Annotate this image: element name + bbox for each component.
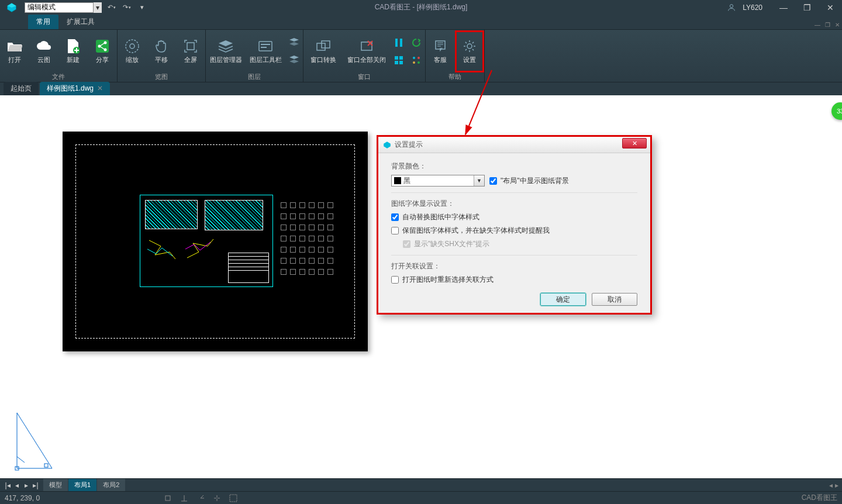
- window-extra-buttons2[interactable]: [408, 30, 425, 73]
- font-auto-checkbox[interactable]: 自动替换图纸中字体样式: [391, 212, 637, 222]
- font-shx-input: [403, 240, 410, 248]
- svg-rect-33: [165, 496, 170, 500]
- layout-tab-layout1[interactable]: 布局1: [68, 479, 96, 491]
- refresh-icon: [408, 34, 425, 51]
- status-tools: [163, 493, 239, 503]
- doctab-start[interactable]: 起始页: [4, 82, 39, 95]
- window-close-all-button[interactable]: 窗口全部关闭: [343, 30, 390, 73]
- nav-prev-icon[interactable]: ◂: [13, 481, 21, 489]
- nav-first-icon[interactable]: |◂: [4, 481, 12, 489]
- symbol-grid: [279, 201, 343, 288]
- layer-stack-icon: [286, 34, 302, 51]
- dots-icon: [408, 52, 425, 68]
- layout-nav-arrows: |◂ ◂ ▸ ▸|: [0, 481, 43, 489]
- close-icon[interactable]: ✕: [97, 84, 103, 92]
- layer-manager-button[interactable]: 图层管理器: [206, 30, 246, 73]
- mode-dropdown-icon[interactable]: ▾: [94, 2, 102, 13]
- svg-point-26: [417, 61, 420, 64]
- svg-rect-21: [395, 61, 398, 64]
- settings-button[interactable]: 设置: [455, 30, 484, 73]
- svg-rect-19: [395, 56, 398, 60]
- dialog-title: 设置提示: [395, 140, 423, 150]
- layout-bg-input[interactable]: [489, 177, 497, 185]
- ribbon-group-file: 打开 云图 新建 分享 文件: [0, 30, 118, 82]
- qat-more[interactable]: ▾: [136, 2, 149, 13]
- new-button[interactable]: 新建: [58, 30, 88, 73]
- open-button[interactable]: 打开: [0, 30, 29, 73]
- window-switch-icon: [315, 38, 332, 54]
- ribbon-tabstrip: 常用 扩展工具 — ❐ ✕: [0, 15, 842, 30]
- ribbon-group-file-label: 文件: [0, 73, 117, 82]
- doctab-file[interactable]: 样例图纸1.dwg✕: [40, 82, 110, 95]
- app-logo[interactable]: [0, 0, 23, 15]
- grid-tool-icon[interactable]: [228, 493, 239, 503]
- ribbon-group-window: 窗口转换 窗口全部关闭 窗口: [303, 30, 426, 82]
- layout-tab-model[interactable]: 模型: [43, 479, 68, 491]
- quick-access-toolbar: ↶▾ ↷▾ ▾: [105, 2, 149, 13]
- svg-point-9: [130, 44, 134, 49]
- assoc-checkbox[interactable]: 打开图纸时重新选择关联方式: [391, 275, 637, 285]
- minimize-button[interactable]: —: [772, 0, 795, 15]
- cloud-icon: [36, 38, 52, 54]
- ok-button[interactable]: 确定: [540, 293, 586, 306]
- pan-button[interactable]: 平移: [147, 30, 176, 73]
- dialog-close-button[interactable]: ✕: [622, 138, 647, 149]
- new-icon: [65, 38, 81, 54]
- tab-extension-tools[interactable]: 扩展工具: [58, 15, 103, 29]
- mdi-window-controls: — ❐ ✕: [815, 22, 840, 28]
- undo-button[interactable]: ↶▾: [105, 2, 118, 13]
- grid-icon: [391, 52, 407, 68]
- mode-select[interactable]: 编辑模式: [25, 2, 94, 13]
- mdi-minimize-icon[interactable]: —: [815, 22, 820, 28]
- close-button[interactable]: ✕: [819, 0, 842, 15]
- bg-color-select[interactable]: 黑 ▼: [391, 175, 485, 187]
- font-auto-input[interactable]: [391, 213, 399, 221]
- svg-point-8: [126, 40, 139, 53]
- user-icon[interactable]: [723, 0, 740, 15]
- font-keep-input[interactable]: [391, 227, 399, 234]
- dialog-icon: [383, 141, 391, 149]
- fullscreen-button[interactable]: 全屏: [176, 30, 205, 73]
- mdi-restore-icon[interactable]: ❐: [825, 22, 830, 28]
- osnap-tool-icon[interactable]: [212, 493, 222, 503]
- svg-rect-13: [261, 47, 267, 48]
- chevron-down-icon[interactable]: ▼: [474, 175, 484, 186]
- cancel-button[interactable]: 取消: [592, 293, 637, 306]
- nav-last-icon[interactable]: ▸|: [32, 481, 40, 489]
- svg-point-7: [104, 49, 107, 51]
- hscroll[interactable]: ◂▸: [126, 481, 842, 489]
- svg-rect-18: [400, 39, 402, 47]
- service-button[interactable]: 客服: [426, 30, 455, 73]
- redo-button[interactable]: ↷▾: [120, 2, 133, 13]
- zoom-button[interactable]: 缩放: [118, 30, 147, 73]
- polar-tool-icon[interactable]: [195, 493, 206, 503]
- assoc-input[interactable]: [391, 276, 399, 284]
- mdi-close-icon[interactable]: ✕: [835, 22, 840, 28]
- maximize-button[interactable]: ❐: [795, 0, 819, 15]
- layout-bg-checkbox[interactable]: "布局"中显示图纸背景: [489, 176, 569, 186]
- share-button[interactable]: 分享: [88, 30, 117, 73]
- layer-manager-icon: [218, 38, 234, 54]
- svg-rect-15: [322, 41, 330, 48]
- status-bar: 417, 239, 0 CAD看图王: [0, 491, 842, 504]
- svg-rect-14: [317, 43, 325, 50]
- layer-extra-buttons[interactable]: [285, 30, 303, 73]
- window-switch-button[interactable]: 窗口转换: [303, 30, 343, 73]
- snap-tool-icon[interactable]: [163, 493, 173, 503]
- username[interactable]: LY620: [743, 4, 762, 12]
- nav-next-icon[interactable]: ▸: [22, 481, 30, 489]
- tab-common[interactable]: 常用: [28, 15, 58, 29]
- svg-rect-27: [436, 41, 445, 49]
- window-extra-buttons[interactable]: [390, 30, 408, 73]
- layout-tab-layout2[interactable]: 布局2: [97, 479, 125, 491]
- annotation-arrow: [460, 67, 506, 143]
- svg-rect-12: [261, 44, 270, 45]
- svg-rect-34: [230, 495, 237, 502]
- cloud-button[interactable]: 云图: [29, 30, 58, 73]
- svg-point-25: [413, 61, 415, 64]
- window-title: CAD看图王 - [样例图纸1.dwg]: [375, 2, 468, 12]
- font-keep-checkbox[interactable]: 保留图纸字体样式，并在缺失字体样式时提醒我: [391, 226, 637, 236]
- dialog-titlebar[interactable]: 设置提示 ✕: [378, 137, 650, 153]
- ortho-tool-icon[interactable]: [179, 493, 189, 503]
- layer-toolbar-button[interactable]: 图层工具栏: [246, 30, 285, 73]
